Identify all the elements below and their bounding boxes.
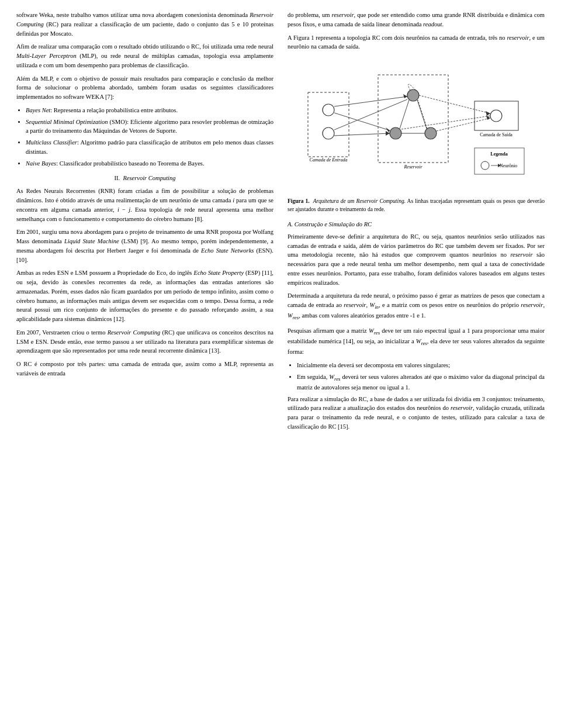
- svg-rect-0: [302, 57, 530, 192]
- left-column: software Weka, neste trabalho vamos util…: [16, 11, 273, 436]
- sub-para-1: Primeiramente deve-se definir a arquitet…: [288, 232, 545, 288]
- sub-para-3: Pesquisas afirmam que a matriz Wres deve…: [288, 326, 545, 357]
- svg-text:Legenda: Legenda: [490, 151, 507, 157]
- svg-text:Camada de Entrada: Camada de Entrada: [310, 157, 348, 163]
- final-para: Para realizar a simulação do RC, a base …: [288, 395, 545, 432]
- list-item-smo: Sequential Minimal Optimization (SMO): E…: [26, 118, 273, 136]
- classifiers-list: Bayes Net: Representa a relação probabil…: [16, 106, 273, 168]
- figure-1-svg: Camada de Entrada Reservoir: [302, 57, 530, 192]
- svg-text:Camada de Saída: Camada de Saída: [480, 132, 512, 137]
- wres-bullets: Inicialmente ela deverá ser decomposta e…: [288, 361, 545, 392]
- list-item-multiclass: Multiclass Classifier: Algoritmo padrão …: [26, 138, 273, 157]
- list-item-bayes-net: Bayes Net: Representa a relação probabil…: [26, 106, 273, 115]
- svg-text:Neurônio: Neurônio: [500, 163, 517, 168]
- sub-section-a-title: A. Construção e Simulação do RC: [288, 220, 545, 229]
- list-item-naive-bayes: Naive Bayes: Classificador probabilístic…: [26, 159, 273, 168]
- rc-para-4: Em 2007, Verstraeten criou o termo Reser…: [16, 328, 273, 356]
- rc-para-3: Ambas as redes ESN e LSM possuem a Propr…: [16, 268, 273, 324]
- right-column: do problema, um reservoir, que pode ser …: [288, 11, 545, 436]
- right-para-1: do problema, um reservoir, que pode ser …: [288, 11, 545, 29]
- bullet-diagonal: Em seguida, Wres deverá ter seus valores…: [297, 372, 545, 392]
- svg-point-8: [390, 127, 401, 139]
- figure-1: Camada de Entrada Reservoir: [288, 57, 545, 214]
- svg-text:Reservoir: Reservoir: [403, 164, 423, 170]
- bullet-singular: Inicialmente ela deverá ser decomposta e…: [297, 361, 545, 370]
- svg-point-4: [323, 127, 334, 139]
- svg-point-3: [323, 104, 334, 116]
- rc-para-1: As Redes Neurais Recorrentes (RNR) foram…: [16, 187, 273, 223]
- left-para-1: software Weka, neste trabalho vamos util…: [16, 11, 273, 38]
- section-ii-title: II. Reservoir Computing: [16, 174, 273, 182]
- left-para-2: Afim de realizar uma comparação com o re…: [16, 42, 273, 70]
- rc-para-2: Em 2001, surgiu uma nova abordagem para …: [16, 227, 273, 264]
- svg-point-9: [425, 127, 437, 139]
- left-para-3: Além da MLP, e com o objetivo de possuir…: [16, 74, 273, 102]
- figure-caption: Figura 1. Arquitetura de um Reservoir Co…: [288, 198, 545, 214]
- svg-point-7: [407, 89, 419, 101]
- right-para-2: A Figura 1 representa a topologia RC com…: [288, 33, 545, 52]
- svg-point-23: [490, 110, 502, 122]
- rc-para-5: O RC é composto por três partes: uma cam…: [16, 360, 273, 378]
- sub-para-2: Determinada a arquitetura da rede neural…: [288, 291, 545, 322]
- svg-point-31: [481, 161, 489, 170]
